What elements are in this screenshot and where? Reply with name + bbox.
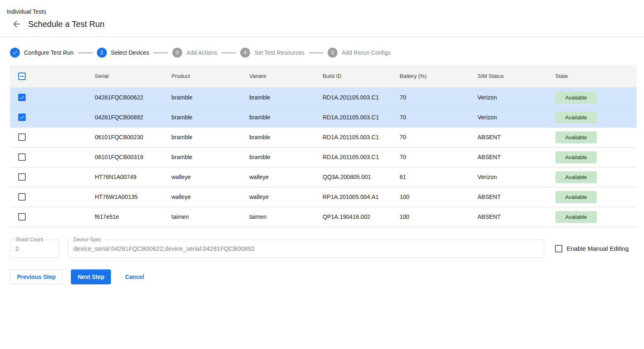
step-label: Add Actions	[186, 49, 217, 56]
stepper-connector	[221, 52, 236, 53]
row-checkbox[interactable]	[18, 213, 26, 221]
step-label: Add Rerun Configs	[342, 49, 391, 56]
row-checkbox[interactable]	[18, 193, 26, 201]
cell-sim-status: ABSENT	[478, 187, 555, 207]
row-checkbox-cell	[10, 147, 95, 167]
column-header-sim-status: SIM Status	[478, 65, 555, 87]
cell-serial: HT76W1A00135	[95, 187, 171, 207]
step-number: 4	[240, 48, 250, 58]
row-checkbox-cell	[10, 127, 95, 147]
cell-build-id: QP1A.190416.002	[323, 207, 400, 227]
column-header-serial: Serial	[95, 65, 171, 87]
cell-product: bramble	[171, 147, 249, 167]
step-number: 2	[97, 48, 107, 58]
column-header-build-id: Build ID	[323, 65, 400, 87]
device-spec-value: device_serial:04281FQCB00622;device_seri…	[73, 245, 255, 252]
cell-build-id: RP1A.201005.004.A1	[323, 187, 400, 207]
cell-product: taimen	[171, 207, 249, 227]
cell-variant: walleye	[249, 187, 323, 207]
cell-state: Available	[555, 207, 637, 227]
cell-build-id: RD1A.201105.003.C1	[323, 147, 400, 167]
state-badge: Available	[555, 111, 597, 124]
row-checkbox[interactable]	[18, 173, 26, 181]
table-row[interactable]: 04281FQCB00622bramblebrambleRD1A.201105.…	[10, 87, 637, 107]
cancel-button[interactable]: Cancel	[118, 269, 151, 284]
step-set-test-resources[interactable]: 4 Set Test Resources	[240, 48, 304, 58]
select-all-checkbox[interactable]	[18, 73, 26, 80]
row-checkbox[interactable]	[18, 94, 26, 101]
column-header-battery: Battery (%)	[400, 65, 478, 87]
table-row[interactable]: 06101FQCB00230bramblebrambleRD1A.201105.…	[10, 127, 637, 147]
state-badge: Available	[555, 131, 597, 143]
table-row[interactable]: 04281FQCB00892bramblebrambleRD1A.201105.…	[10, 107, 637, 127]
cell-battery: 70	[400, 107, 478, 127]
state-badge: Available	[555, 211, 597, 223]
cell-battery: 100	[400, 207, 478, 227]
state-badge: Available	[555, 191, 597, 203]
device-table-body: 04281FQCB00622bramblebrambleRD1A.201105.…	[10, 87, 637, 227]
stepper-connector	[309, 52, 323, 53]
cell-product: bramble	[171, 87, 249, 107]
manual-editing-label: Enable Manual Editing	[567, 245, 629, 252]
cell-sim-status: Verizon	[478, 107, 555, 127]
cell-variant: bramble	[249, 107, 323, 127]
arrow-back-icon	[12, 19, 22, 29]
cell-variant: bramble	[249, 87, 323, 107]
device-spec-label: Device Spec	[72, 237, 103, 242]
next-step-button[interactable]: Next Step	[71, 269, 111, 284]
table-row[interactable]: HT76W1A00135walleyewalleyeRP1A.201005.00…	[10, 187, 637, 207]
manual-editing-checkbox[interactable]	[555, 245, 562, 252]
cell-state: Available	[555, 107, 637, 127]
row-checkbox-cell	[10, 107, 95, 127]
cell-variant: bramble	[249, 147, 323, 167]
table-row[interactable]: f617e51etaimentaimenQP1A.190416.002100AB…	[10, 207, 637, 227]
cell-build-id: RD1A.201105.003.C1	[323, 127, 400, 147]
cell-sim-status: Verizon	[478, 167, 555, 187]
cell-sim-status: ABSENT	[478, 147, 555, 167]
row-checkbox[interactable]	[18, 133, 26, 141]
device-spec-field[interactable]: Device Spec device_serial:04281FQCB00622…	[68, 240, 544, 258]
cell-product: bramble	[171, 107, 249, 127]
cell-state: Available	[555, 167, 637, 187]
cell-variant: walleye	[249, 167, 323, 187]
row-checkbox[interactable]	[18, 153, 26, 161]
check-icon	[10, 48, 20, 58]
table-row[interactable]: HT76N1A00749walleyewalleyeQQ3A.200805.00…	[10, 167, 637, 187]
enable-manual-editing[interactable]: Enable Manual Editing	[555, 245, 629, 252]
cell-battery: 61	[400, 167, 478, 187]
step-add-actions[interactable]: 3 Add Actions	[172, 48, 217, 58]
cell-sim-status: ABSENT	[478, 127, 555, 147]
cell-serial: 04281FQCB00892	[95, 107, 171, 127]
breadcrumb: Individual Tests	[7, 8, 634, 15]
column-header-state: State	[555, 65, 637, 87]
state-badge: Available	[555, 151, 597, 163]
step-configure-test-run[interactable]: Configure Test Run	[10, 48, 74, 58]
cell-variant: bramble	[249, 127, 323, 147]
cell-variant: taimen	[249, 207, 323, 227]
row-checkbox-cell	[10, 207, 95, 227]
cell-build-id: RD1A.201105.003.C1	[323, 107, 400, 127]
state-badge: Available	[555, 92, 597, 104]
stepper: Configure Test Run 2 Select Devices 3 Ad…	[10, 48, 634, 58]
step-label: Configure Test Run	[24, 49, 74, 56]
table-row[interactable]: 06101FQCB00319bramblebrambleRD1A.201105.…	[10, 147, 637, 167]
column-header-product: Product	[171, 65, 249, 87]
shard-count-field[interactable]: Shard Count 2	[10, 240, 60, 258]
step-number: 5	[328, 48, 338, 58]
cell-state: Available	[555, 147, 637, 167]
stepper-connector	[153, 52, 168, 53]
cell-state: Available	[555, 87, 637, 107]
cell-serial: 06101FQCB00230	[95, 127, 171, 147]
row-checkbox[interactable]	[18, 114, 26, 121]
action-buttons: Previous Step Next Step Cancel	[10, 269, 634, 284]
cell-battery: 70	[400, 87, 478, 107]
step-number: 3	[172, 48, 182, 58]
cell-battery: 70	[400, 127, 478, 147]
device-table: Serial Product Variant Build ID Battery …	[10, 65, 637, 227]
cell-serial: 04281FQCB00622	[95, 87, 171, 107]
shard-count-label: Shard Count	[14, 237, 45, 242]
step-select-devices[interactable]: 2 Select Devices	[97, 48, 150, 58]
previous-step-button[interactable]: Previous Step	[10, 269, 63, 284]
step-add-rerun-configs[interactable]: 5 Add Rerun Configs	[328, 48, 391, 58]
back-button[interactable]	[12, 19, 22, 29]
